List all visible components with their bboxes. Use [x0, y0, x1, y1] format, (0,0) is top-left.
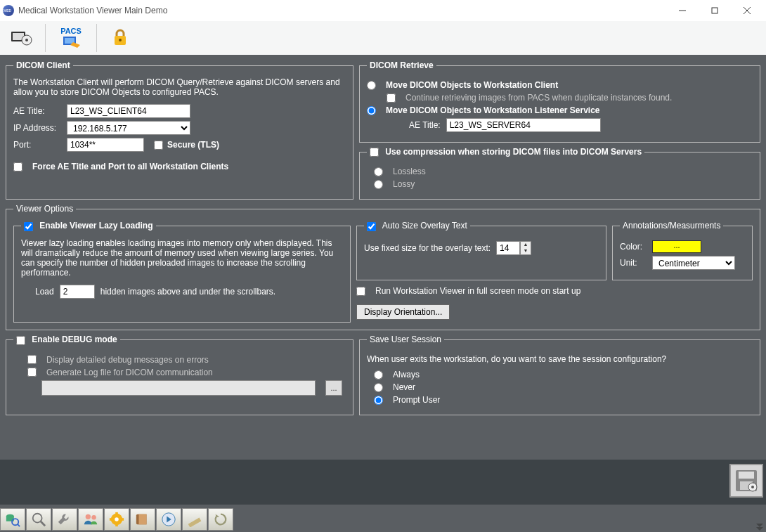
fixed-size-label: Use fixed size for the overlay text:: [364, 243, 491, 253]
lossless-label: Lossless: [393, 167, 426, 176]
svg-marker-34: [756, 524, 763, 527]
pacs-button[interactable]: PACS: [53, 23, 89, 53]
overlay-text-group: Auto Size Overlay Text Use fixed size fo…: [356, 221, 606, 280]
lazy-loading-desc: Viewer lazy loading enables loading imag…: [21, 238, 343, 278]
save-settings-button[interactable]: [729, 464, 763, 498]
debug-enable-checkbox[interactable]: [16, 336, 25, 345]
spinner-up[interactable]: ▲: [521, 242, 531, 248]
debug-legend: Enable DEBUG mode: [13, 335, 120, 344]
annotations-legend: Annotations/Measurments: [620, 221, 723, 231]
load-label: Load: [35, 287, 54, 297]
color-picker[interactable]: ...: [652, 240, 701, 253]
spinner-down[interactable]: ▼: [521, 248, 531, 254]
svg-line-22: [41, 521, 45, 526]
load-count-input[interactable]: [60, 285, 95, 299]
pacs-label: PACS: [60, 27, 82, 35]
load-suffix: hidden images above and under the scroll…: [100, 287, 276, 297]
debug-logfile-label: Generate Log file for DICOM communicatio…: [46, 368, 213, 377]
tray-book-button[interactable]: [130, 508, 155, 531]
session-prompt-radio[interactable]: [374, 396, 383, 405]
app-icon: [3, 5, 14, 16]
viewer-options-group: Viewer Options Enable Viewer Lazy Loadin…: [6, 204, 760, 330]
lazy-loading-group: Enable Viewer Lazy Loading Viewer lazy l…: [13, 221, 351, 323]
svg-point-21: [33, 514, 42, 523]
dicom-client-legend: DICOM Client: [13, 60, 73, 70]
tray-forward-button[interactable]: [156, 508, 181, 531]
fullscreen-checkbox[interactable]: [356, 287, 365, 296]
debug-detailed-checkbox[interactable]: [27, 355, 37, 364]
ip-address-select[interactable]: 192.168.5.177: [67, 121, 190, 135]
svg-marker-35: [756, 527, 763, 531]
session-never-radio[interactable]: [374, 383, 383, 392]
dicom-client-desc: The Workstation Client will perform DICO…: [13, 77, 346, 97]
force-ae-label: Force AE Title and Port to all Workstati…: [32, 162, 228, 171]
close-button[interactable]: [731, 0, 763, 21]
tray-wrench-button[interactable]: [52, 508, 77, 531]
svg-point-23: [86, 514, 91, 519]
move-to-listener-radio[interactable]: [367, 106, 376, 115]
port-input[interactable]: [67, 138, 144, 152]
tray-users-button[interactable]: [78, 508, 103, 531]
tray-search-button[interactable]: [26, 508, 51, 531]
svg-line-20: [17, 524, 20, 526]
bottom-bar: [0, 460, 766, 505]
secure-tls-label: Secure (TLS): [167, 140, 219, 150]
color-label: Color:: [620, 242, 647, 252]
svg-point-7: [25, 39, 28, 41]
save-session-group: Save User Session When user exits the wo…: [359, 335, 760, 415]
tray-search-db-button[interactable]: [0, 508, 25, 531]
tray-ruler-button[interactable]: [182, 508, 207, 531]
svg-point-26: [115, 517, 119, 521]
maximize-button[interactable]: [699, 0, 731, 21]
svg-rect-1: [712, 8, 718, 13]
unit-label: Unit:: [620, 258, 647, 268]
dicom-client-group: DICOM Client The Workstation Client will…: [6, 60, 353, 200]
overlay-text-legend: Auto Size Overlay Text: [364, 221, 470, 231]
annotations-group: Annotations/Measurments Color: ... Unit:…: [612, 221, 753, 280]
lazy-loading-legend: Enable Viewer Lazy Loading: [21, 221, 156, 231]
compression-group: Use compression when storing DICOM files…: [359, 147, 760, 200]
session-always-label: Always: [393, 370, 420, 379]
svg-rect-13: [739, 472, 754, 479]
debug-logfile-checkbox[interactable]: [27, 368, 37, 377]
session-prompt-label: Prompt User: [393, 395, 440, 405]
svg-point-16: [751, 486, 754, 488]
move-to-client-radio[interactable]: [367, 81, 376, 90]
log-path-input[interactable]: [41, 380, 316, 396]
lazy-loading-checkbox[interactable]: [24, 222, 33, 231]
compression-legend: Use compression when storing DICOM files…: [367, 147, 644, 157]
window-title: Medical Workstation Viewer Main Demo: [18, 6, 666, 15]
tray-gear-button[interactable]: [104, 508, 129, 531]
port-label: Port:: [13, 140, 61, 150]
force-ae-checkbox[interactable]: [13, 162, 22, 171]
tray-refresh-button[interactable]: [208, 508, 233, 531]
overlay-size-input[interactable]: [496, 241, 520, 255]
svg-rect-33: [188, 518, 202, 527]
unit-select[interactable]: Centimeter: [652, 256, 735, 270]
retrieve-ae-title-label: AE Title:: [409, 120, 441, 130]
display-orientation-button[interactable]: Display Orientation...: [356, 304, 450, 320]
auto-size-overlay-checkbox[interactable]: [367, 222, 376, 231]
main-toolbar: PACS: [0, 21, 766, 55]
viewer-options-legend: Viewer Options: [13, 204, 76, 214]
ae-title-label: AE Title:: [13, 106, 61, 116]
lossless-radio[interactable]: [374, 167, 383, 176]
save-session-question: When user exits the workstation, do you …: [367, 354, 753, 364]
browse-log-button[interactable]: ...: [325, 380, 342, 396]
lossy-label: Lossy: [393, 179, 415, 189]
secure-tls-checkbox[interactable]: [154, 141, 163, 150]
tray-chevron-icon[interactable]: [756, 524, 765, 531]
save-session-legend: Save User Session: [367, 335, 444, 344]
retrieve-ae-title-input[interactable]: [446, 118, 601, 132]
continue-retrieve-checkbox[interactable]: [387, 93, 396, 103]
ae-title-input[interactable]: [67, 104, 190, 118]
lossy-radio[interactable]: [374, 180, 383, 189]
server-settings-button[interactable]: [6, 23, 38, 53]
compression-enable-checkbox[interactable]: [370, 148, 379, 157]
svg-point-11: [119, 39, 122, 41]
ip-address-label: IP Address:: [13, 123, 61, 133]
lock-button[interactable]: [104, 23, 136, 53]
minimize-button[interactable]: [666, 0, 699, 21]
overlay-size-spinner[interactable]: ▲▼: [496, 241, 531, 255]
session-always-radio[interactable]: [374, 370, 383, 379]
